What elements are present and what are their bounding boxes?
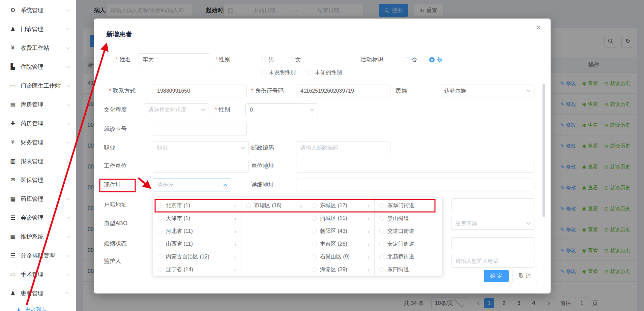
active-flag-label: 活动标识	[360, 56, 383, 64]
cascader-option[interactable]: 北京市 (1) ›	[153, 199, 241, 212]
radio-female[interactable]: 女	[288, 56, 301, 63]
cascader-option[interactable]: 河北省 (11) ›	[153, 225, 241, 238]
gear-icon: ⚙	[9, 7, 17, 14]
radio-unexplained[interactable]: 未说明性别	[261, 69, 296, 76]
cascader-option[interactable]: 北新桥街道	[375, 250, 442, 263]
cascader-option[interactable]: 西城区 (15) ›	[307, 212, 374, 225]
sidebar-item[interactable]: ▭ 门诊医生工作站	[0, 76, 76, 95]
sidebar-item[interactable]: ⚙ 系统管理	[0, 1, 76, 20]
occupation-select[interactable]: 职业	[153, 142, 249, 154]
chevron-down-icon	[66, 253, 70, 257]
cascader-option[interactable]: 石景山区 (9) ›	[307, 250, 374, 263]
guardian-phone-input[interactable]	[451, 255, 534, 268]
cascader-option[interactable]: 内蒙古自治区 (12) ›	[153, 250, 241, 263]
radio-icon	[158, 254, 163, 259]
contact-input[interactable]	[153, 85, 247, 97]
chevron-right-icon: ›	[234, 203, 236, 209]
postal-code-input[interactable]	[296, 142, 390, 154]
radio-yes[interactable]: 是	[429, 56, 442, 63]
chevron-right-icon: ›	[234, 241, 236, 247]
chevron-down-icon	[66, 45, 70, 49]
sidebar-item[interactable]: ¥ 财务管理	[0, 133, 76, 152]
sidebar-item[interactable]: ✚ 药房管理	[0, 114, 76, 133]
sidebar-item[interactable]: ☰ 分诊排队管理	[0, 246, 76, 265]
cascader-option[interactable]: 海淀区 (29) ›	[307, 263, 374, 276]
radio-checked-icon	[429, 57, 435, 62]
radio-male[interactable]: 男	[261, 56, 274, 63]
cascader-option[interactable]: 辽宁省 (14) ›	[153, 263, 241, 276]
blood-type-label: 血型ABO	[104, 219, 127, 227]
gender-code-select[interactable]: 0	[245, 103, 318, 116]
name-input[interactable]	[139, 53, 210, 66]
radio-icon	[158, 216, 163, 221]
education-label: 文化程度	[104, 106, 127, 114]
sidebar-item[interactable]: ▤ 库房管理	[0, 95, 76, 114]
unit-address-label: 单位地址	[251, 162, 274, 170]
grid-icon: ▩	[9, 195, 17, 203]
patient-list-icon: ♟	[15, 307, 22, 311]
patient-source-select[interactable]: 患者来源	[451, 217, 534, 230]
id-number-input[interactable]	[296, 85, 390, 97]
cascader-option[interactable]: 东四街道	[375, 263, 442, 276]
maintain-icon: ▦	[9, 233, 17, 240]
current-address-label: 现住址	[104, 181, 121, 189]
sidebar-item[interactable]: ✉ 医保管理	[0, 170, 76, 189]
chevron-down-icon	[310, 107, 314, 111]
marital-right-input[interactable]	[451, 237, 534, 250]
chevron-right-icon: ›	[234, 215, 236, 222]
radio-icon	[307, 70, 313, 75]
cascader-option[interactable]: 东城区 (17) ›	[307, 199, 374, 212]
visit-card-input[interactable]	[153, 123, 247, 135]
sidebar-menu: ⚙ 系统管理 ♟ 门诊管理 ¥ 收费工作站 ▙ 住院管理 ▭ 门诊医生工作站 ▤…	[0, 0, 76, 303]
sidebar-item[interactable]: ▥ 报表管理	[0, 152, 76, 170]
sidebar-item[interactable]: ☰ 会诊管理	[0, 208, 76, 227]
radio-no[interactable]: 否	[404, 56, 417, 63]
visit-card-label: 就诊卡号	[104, 125, 127, 133]
sidebar-item[interactable]: ▦ 维护系统	[0, 227, 76, 246]
cascader-option[interactable]: 朝阳区 (43) ›	[307, 225, 374, 238]
sidebar-item[interactable]: ▙ 住院管理	[0, 57, 76, 76]
chevron-right-icon: ›	[368, 241, 370, 247]
cascader-option[interactable]: 山西省 (11) ›	[153, 238, 241, 250]
detail-address-input[interactable]	[296, 179, 534, 191]
work-unit-input[interactable]	[153, 160, 249, 173]
cascader-column: 东城区 (17) › 西城区 (15) › 朝阳区 (43) › 丰台区 (26…	[307, 197, 375, 276]
radio-icon	[379, 254, 384, 259]
sidebar-item[interactable]: ¥ 收费工作站	[0, 38, 76, 57]
cascader-option[interactable]: 天津市 (1) ›	[153, 212, 241, 225]
current-address-cascader-select[interactable]: 请选择	[153, 179, 231, 191]
sidebar-item[interactable]: ▭ 手术管理	[0, 265, 76, 284]
chevron-down-icon	[66, 64, 70, 68]
cascader-option[interactable]: 市辖区 (16) ›	[241, 199, 307, 212]
chevron-down-icon	[66, 272, 70, 276]
cascader-option[interactable]: 丰台区 (26) ›	[307, 238, 374, 250]
household-right-input[interactable]	[451, 198, 534, 211]
active-flag-radio-group: 否 是	[404, 56, 442, 64]
chevron-right-icon: ›	[368, 203, 370, 209]
cascader-column: 北京市 (1) › 天津市 (1) › 河北省 (11) › 山西省 (11) …	[153, 197, 241, 276]
person-icon: ♟	[9, 26, 17, 33]
report-icon: ▥	[9, 158, 17, 165]
sidebar-item-patient-list[interactable]: ♟ 患者列表	[0, 303, 76, 311]
cascader-option[interactable]: 安定门街道	[375, 238, 442, 250]
cancel-button[interactable]: 取 消	[512, 270, 537, 282]
patient-list-label: 患者列表	[25, 307, 76, 311]
close-icon[interactable]: ×	[536, 23, 541, 32]
cascader-option[interactable]: 景山街道	[375, 212, 442, 225]
cascader-column: 东华门街道 景山街道 交道口街道 安定门街道 北新桥街道 东四街道	[375, 197, 442, 276]
sidebar-item[interactable]: ♟ 患者管理	[0, 284, 76, 303]
unit-address-input[interactable]	[296, 160, 534, 173]
modal-scrollbar[interactable]	[543, 84, 545, 217]
cascader-option[interactable]: 东华门街道	[375, 199, 442, 212]
confirm-button[interactable]: 确 定	[484, 270, 509, 282]
radio-unknown[interactable]: 未知的性别	[307, 69, 342, 76]
ethnicity-select[interactable]: 达斡尔族	[440, 85, 534, 97]
sidebar-item[interactable]: ▩ 药库管理	[0, 189, 76, 208]
chevron-down-icon	[66, 121, 70, 125]
radio-icon	[312, 203, 317, 208]
gender-radio-group: 男 女	[261, 56, 301, 64]
sidebar-item[interactable]: ♟ 门诊管理	[0, 20, 76, 38]
radio-icon	[246, 203, 251, 208]
cascader-option[interactable]: 交道口街道	[375, 225, 442, 238]
education-select[interactable]: 请选择文化程度	[144, 103, 209, 116]
